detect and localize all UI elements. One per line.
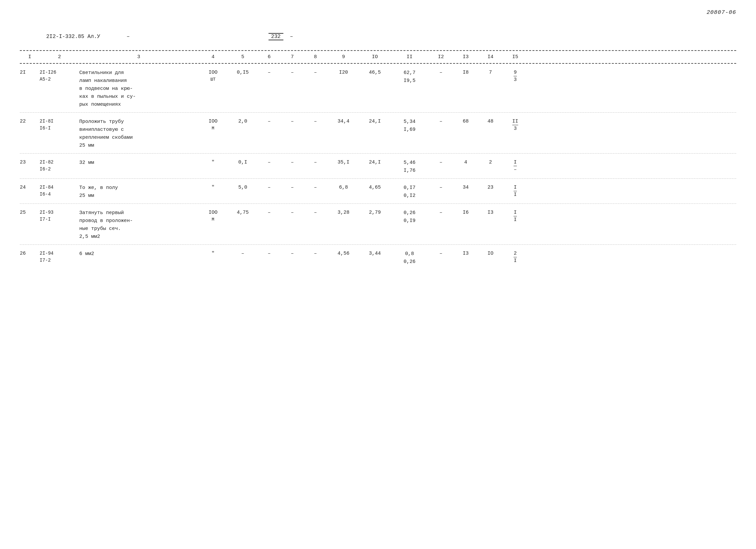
row-c11: 0,8 0,26 bbox=[390, 250, 429, 266]
row-c8: – bbox=[304, 118, 327, 126]
row-c2: 2I-93 I7-I bbox=[40, 209, 79, 223]
row-c11-top: 0,26 bbox=[404, 209, 415, 217]
col-header-4: 4 bbox=[198, 54, 228, 61]
header-num: 232 bbox=[269, 33, 283, 40]
col-header-6: 6 bbox=[258, 54, 281, 61]
table-row: 24 2I-84 I6-4 То же, в полу 25 мм " 5,0 … bbox=[20, 178, 736, 203]
col-header-5: 5 bbox=[228, 54, 258, 61]
row-c3: То же, в полу 25 мм bbox=[79, 184, 198, 200]
row-c15: I – bbox=[502, 159, 528, 173]
row-c11-top: 5,34 bbox=[404, 118, 415, 126]
row-c4: IOO ШТ bbox=[198, 69, 228, 83]
row-c4-unit: М bbox=[212, 125, 214, 132]
row-c4: " bbox=[198, 184, 228, 192]
row-c14: 7 bbox=[479, 69, 502, 77]
row-c10: 24,I bbox=[360, 118, 390, 126]
row-c15-top: II bbox=[512, 118, 518, 125]
row-c14: IO bbox=[479, 250, 502, 258]
row-c10: 3,44 bbox=[360, 250, 390, 258]
row-c5: 0,I bbox=[228, 159, 258, 166]
row-c7: – bbox=[281, 209, 304, 217]
col-header-11: II bbox=[390, 54, 429, 61]
row-c8: – bbox=[304, 209, 327, 217]
col-header-7: 7 bbox=[281, 54, 304, 61]
row-c11-bot: I,69 bbox=[404, 126, 415, 134]
row-c11-top: 0,8 bbox=[405, 250, 414, 258]
row-c4: IOO М bbox=[198, 209, 228, 223]
row-c15: 9 3 bbox=[502, 69, 528, 83]
row-c4-val: IOO bbox=[208, 69, 217, 77]
col-header-12: I2 bbox=[429, 54, 452, 61]
row-c3: Светильники для ламп накаливания в подве… bbox=[79, 69, 198, 109]
row-c15-bot: 3 bbox=[514, 76, 517, 83]
row-c4-val: IOO bbox=[208, 209, 217, 217]
row-c4-val: " bbox=[211, 250, 214, 258]
row-c4-val: " bbox=[211, 184, 214, 192]
row-c11-top: 0,I7 bbox=[404, 184, 415, 192]
header-code: 2I2-I-332.85 Ал.У bbox=[46, 34, 100, 40]
row-c14: 23 bbox=[479, 184, 502, 192]
row-c7: – bbox=[281, 184, 304, 192]
row-c15-bot: I bbox=[514, 216, 517, 223]
row-c4: IOO М bbox=[198, 118, 228, 132]
row-c6: – bbox=[258, 69, 281, 77]
row-c8: – bbox=[304, 184, 327, 192]
row-c8: – bbox=[304, 69, 327, 77]
row-c10: 4,65 bbox=[360, 184, 390, 192]
row-c8: – bbox=[304, 250, 327, 258]
table-row: 22 2I-8I I6-I Проложить трубу винипласто… bbox=[20, 112, 736, 153]
col-header-2: 2 bbox=[40, 54, 79, 61]
row-c13: 34 bbox=[452, 184, 479, 192]
row-c15: I I bbox=[502, 209, 528, 223]
row-c11: 5,46 I,76 bbox=[390, 159, 429, 175]
row-c11: 0,I7 0,I2 bbox=[390, 184, 429, 200]
row-c9: 6,8 bbox=[327, 184, 360, 192]
row-c11: 0,26 0,I9 bbox=[390, 209, 429, 225]
col-header-13: I3 bbox=[452, 54, 479, 61]
row-c7: – bbox=[281, 250, 304, 258]
row-c4: " bbox=[198, 159, 228, 166]
row-c14: 2 bbox=[479, 159, 502, 166]
row-c2: 2I-I26 А5-2 bbox=[40, 69, 79, 83]
row-c1: 24 bbox=[20, 184, 40, 192]
row-c13: 4 bbox=[452, 159, 479, 166]
row-c15-bot: I bbox=[514, 257, 517, 264]
row-c3: 6 мм2 bbox=[79, 250, 198, 258]
row-c12: – bbox=[429, 118, 452, 126]
col-header-8: 8 bbox=[304, 54, 327, 61]
row-c15-top: I bbox=[514, 209, 517, 216]
row-c15: I I bbox=[502, 184, 528, 198]
row-c12: – bbox=[429, 209, 452, 217]
row-c15-top: I bbox=[514, 184, 517, 191]
row-c10: 46,5 bbox=[360, 69, 390, 77]
row-c6: – bbox=[258, 209, 281, 217]
column-headers: I 2 3 4 5 6 7 8 9 IO II I2 I3 I4 I5 bbox=[20, 50, 736, 64]
row-c1: 22 bbox=[20, 118, 40, 126]
row-c1: 26 bbox=[20, 250, 40, 258]
row-c9: I20 bbox=[327, 69, 360, 77]
row-c15-top: I bbox=[514, 159, 517, 166]
row-c11-bot: 0,I9 bbox=[404, 217, 415, 225]
row-c8: – bbox=[304, 159, 327, 166]
row-c14: 48 bbox=[479, 118, 502, 126]
row-c13: I6 bbox=[452, 209, 479, 217]
row-c13: I3 bbox=[452, 250, 479, 258]
row-c1: 2I bbox=[20, 69, 40, 77]
row-c12: – bbox=[429, 184, 452, 192]
header-separator: – bbox=[126, 34, 130, 40]
row-c10: 24,I bbox=[360, 159, 390, 166]
row-c5: 4,75 bbox=[228, 209, 258, 217]
row-c15-bot: – bbox=[514, 166, 517, 173]
row-c13: I8 bbox=[452, 69, 479, 77]
header-row: 2I2-I-332.85 Ал.У – 232 – bbox=[20, 33, 736, 40]
row-c5: 0,I5 bbox=[228, 69, 258, 77]
row-c11-bot: 0,26 bbox=[404, 258, 415, 266]
row-c4-val: IOO bbox=[208, 118, 217, 126]
row-c9: 3,28 bbox=[327, 209, 360, 217]
row-c7: – bbox=[281, 159, 304, 166]
row-c1: 23 bbox=[20, 159, 40, 166]
row-c5: 2,0 bbox=[228, 118, 258, 126]
row-c1: 25 bbox=[20, 209, 40, 217]
row-c9: 35,I bbox=[327, 159, 360, 166]
table-row: 25 2I-93 I7-I Затянуть первый провод в п… bbox=[20, 203, 736, 244]
